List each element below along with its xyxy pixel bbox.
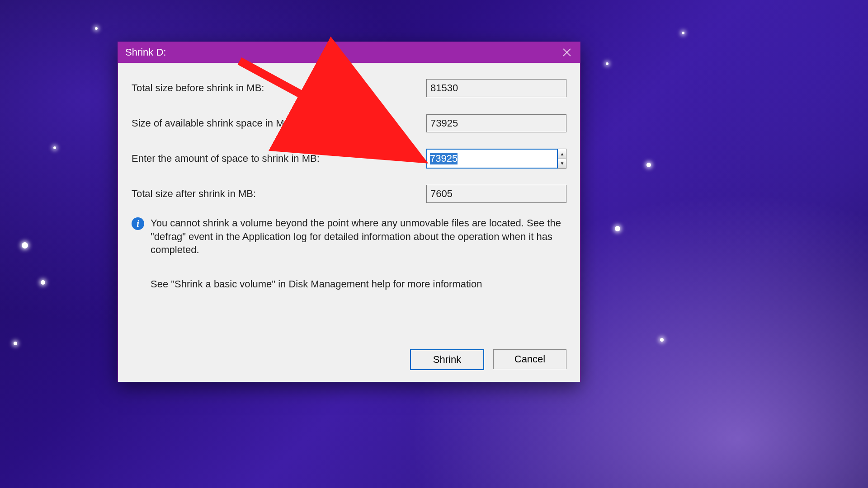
label-to-shrink: Enter the amount of space to shrink in M… [132,153,426,164]
shrink-button[interactable]: Shrink [410,349,484,370]
label-total-before: Total size before shrink in MB: [132,82,426,94]
value-total-before: 81530 [426,79,566,97]
chevron-up-icon: ▲ [560,151,565,156]
spinner-buttons: ▲ ▼ [558,149,566,169]
shrink-button-label: Shrink [433,354,461,366]
spinner-down-button[interactable]: ▼ [558,159,566,169]
row-total-before: Total size before shrink in MB: 81530 [132,75,566,101]
cancel-button-label: Cancel [514,353,545,365]
shrink-volume-dialog: Shrink D: Total size before shrink in MB… [118,42,580,382]
star-decoration [53,146,56,149]
star-decoration [606,62,609,65]
info-text: You cannot shrink a volume beyond the po… [151,216,566,257]
info-section: i You cannot shrink a volume beyond the … [132,216,566,257]
row-to-shrink: Enter the amount of space to shrink in M… [132,146,566,171]
star-decoration [22,242,28,249]
dialog-content: Total size before shrink in MB: 81530 Si… [118,63,580,290]
label-available: Size of available shrink space in MB: [132,117,426,129]
star-decoration [660,338,664,342]
label-total-after: Total size after shrink in MB: [132,188,426,200]
row-available: Size of available shrink space in MB: 73… [132,111,566,136]
dialog-title: Shrink D: [125,47,166,58]
close-button[interactable] [554,42,580,63]
star-decoration [615,226,620,231]
star-decoration [682,32,684,34]
dialog-buttons: Shrink Cancel [410,349,566,370]
cancel-button[interactable]: Cancel [493,349,566,369]
spinner-up-button[interactable]: ▲ [558,149,566,159]
shrink-amount-input[interactable] [426,149,558,169]
row-total-after: Total size after shrink in MB: 7605 [132,181,566,206]
info-icon: i [132,217,144,230]
star-decoration [646,163,651,167]
help-text: See "Shrink a basic volume" in Disk Mana… [151,278,566,290]
star-decoration [95,27,98,30]
star-decoration [14,342,17,345]
dialog-titlebar[interactable]: Shrink D: [118,42,580,63]
value-available: 73925 [426,114,566,132]
chevron-down-icon: ▼ [560,161,565,166]
shrink-amount-spinner[interactable]: ▲ ▼ [426,149,566,169]
star-decoration [41,280,45,285]
value-total-after: 7605 [426,185,566,203]
close-icon [563,48,571,56]
